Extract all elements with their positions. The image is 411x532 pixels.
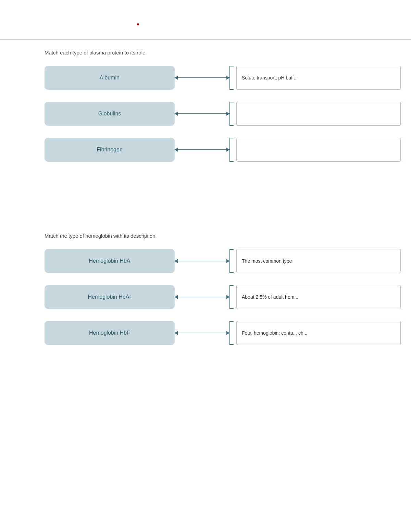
bracket-shape-albumin: Solute transport, pH buff... [229, 66, 411, 90]
left-box-hbf[interactable]: Hemoglobin HbF [45, 321, 175, 345]
right-text-fibrinogen[interactable] [236, 138, 401, 162]
albumin-desc: Solute transport, pH buff... [242, 75, 298, 81]
bracket-left-hba2 [229, 285, 234, 309]
bracket-vertical-globulins [229, 102, 230, 126]
left-box-hba2[interactable]: Hemoglobin HbA2 [45, 285, 175, 309]
section1-instruction: Match each type of plasma protein to its… [45, 50, 411, 55]
left-box-hba[interactable]: Hemoglobin HbA [45, 249, 175, 273]
hba2-label-base: Hemoglobin HbA [88, 294, 129, 300]
match-row-globulins: Globulins [45, 102, 411, 126]
right-text-hba2[interactable]: About 2.5% of adult hem... [236, 285, 401, 309]
plasma-proteins-section: Match each type of plasma protein to its… [45, 50, 411, 174]
bracket-shape-globulins [229, 102, 411, 126]
bracket-left-albumin [229, 66, 234, 90]
hba2-subscript: 2 [129, 295, 131, 299]
hba-desc: The most common type [242, 258, 292, 264]
bracket-left-hbf [229, 321, 234, 345]
arrow-line-hba [175, 261, 229, 261]
bracket-vertical-hba [229, 249, 230, 273]
section-divider [0, 39, 411, 40]
bracket-left-fibrinogen [229, 138, 234, 162]
match-row-hba: Hemoglobin HbA The most common type [45, 249, 411, 273]
hemoglobin-section: Match the type of hemoglobin with its de… [45, 233, 411, 357]
hbf-desc: Fetal hemoglobin; conta... ch... [242, 330, 307, 336]
arrow-hba2 [175, 297, 229, 297]
left-box-albumin[interactable]: Albumin [45, 66, 175, 90]
arrow-hba [175, 261, 229, 261]
hbf-label: Hemoglobin HbF [89, 330, 130, 336]
arrow-hbf [175, 333, 229, 333]
bracket-left-globulins [229, 102, 234, 126]
bracket-hba2: About 2.5% of adult hem... [229, 285, 411, 309]
section2-instruction: Match the type of hemoglobin with its de… [45, 233, 411, 239]
arrow-globulins [175, 113, 229, 114]
bracket-vertical-fibrinogen [229, 138, 230, 162]
bracket-shape-hbf: Fetal hemoglobin; conta... ch... [229, 321, 411, 345]
right-text-hbf[interactable]: Fetal hemoglobin; conta... ch... [236, 321, 401, 345]
fibrinogen-label: Fibrinogen [97, 147, 123, 153]
bracket-hbf: Fetal hemoglobin; conta... ch... [229, 321, 411, 345]
match-row-hba2: Hemoglobin HbA2 About 2.5% of adult hem.… [45, 285, 411, 309]
arrow-albumin [175, 77, 229, 78]
bracket-globulins [229, 102, 411, 126]
match-row-albumin: Albumin Solute transport, pH buff... [45, 66, 411, 90]
bracket-shape-hba2: About 2.5% of adult hem... [229, 285, 411, 309]
hba2-desc: About 2.5% of adult hem... [242, 294, 298, 300]
match-row-fibrinogen: Fibrinogen [45, 138, 411, 162]
bracket-hba: The most common type [229, 249, 411, 273]
bracket-shape-fibrinogen [229, 138, 411, 162]
right-text-hba[interactable]: The most common type [236, 249, 401, 273]
bracket-shape-hba: The most common type [229, 249, 411, 273]
match-row-hbf: Hemoglobin HbF Fetal hemoglobin; conta..… [45, 321, 411, 345]
bracket-left-hba [229, 249, 234, 273]
hba-label: Hemoglobin HbA [89, 258, 130, 264]
albumin-label: Albumin [100, 75, 120, 81]
arrow-line-fibrinogen [175, 149, 229, 150]
bracket-albumin: Solute transport, pH buff... [229, 66, 411, 90]
left-box-globulins[interactable]: Globulins [45, 102, 175, 126]
arrow-line-hba2 [175, 297, 229, 297]
globulins-label: Globulins [98, 111, 121, 117]
right-text-albumin[interactable]: Solute transport, pH buff... [236, 66, 401, 90]
red-dot-indicator [137, 23, 139, 25]
left-box-fibrinogen[interactable]: Fibrinogen [45, 138, 175, 162]
arrow-line-globulins [175, 113, 229, 114]
arrow-line-hbf [175, 333, 229, 333]
arrow-line-albumin [175, 77, 229, 78]
arrow-fibrinogen [175, 149, 229, 150]
right-text-globulins[interactable] [236, 102, 401, 126]
bracket-vertical-hba2 [229, 285, 230, 309]
bracket-fibrinogen [229, 138, 411, 162]
bracket-vertical-albumin [229, 66, 230, 90]
bracket-vertical-hbf [229, 321, 230, 345]
